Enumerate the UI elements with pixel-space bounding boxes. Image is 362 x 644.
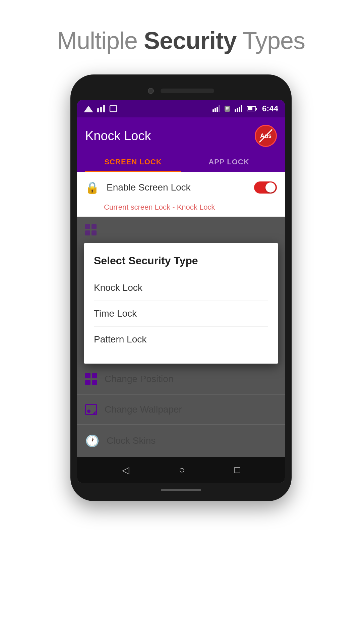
svg-rect-12 xyxy=(241,105,242,112)
clock-skins-row: 🕐 Clock Skins xyxy=(77,425,285,457)
enable-lock-label: Enable Screen Lock xyxy=(107,182,254,193)
change-position-row: Change Position xyxy=(77,364,285,395)
tab-app-lock[interactable]: APP LOCK xyxy=(181,153,277,172)
overlay-dim[interactable]: Select Security Type Knock Lock Time Loc… xyxy=(77,217,285,457)
svg-rect-9 xyxy=(235,109,236,112)
status-bar: R 6:44 xyxy=(77,100,285,117)
roaming-badge: R xyxy=(225,106,230,112)
title-prefix: Multiple xyxy=(57,27,144,54)
tabs-bar: SCREEN LOCK APP LOCK xyxy=(85,153,277,172)
ads-badge[interactable]: Ads xyxy=(255,125,277,147)
grid-icon-placeholder xyxy=(85,224,97,235)
home-indicator xyxy=(161,489,201,491)
title-bold: Security xyxy=(144,27,236,54)
enable-lock-toggle[interactable] xyxy=(254,181,277,194)
status-right: R 6:44 xyxy=(213,104,278,113)
screen-content: 🔒 Enable Screen Lock Current screen Lock… xyxy=(77,172,285,457)
chart-icon xyxy=(97,105,106,112)
bottom-nav: ◁ ○ □ xyxy=(77,457,285,483)
signal-icon-1 xyxy=(213,105,220,112)
svg-rect-6 xyxy=(215,108,216,112)
svg-rect-3 xyxy=(103,105,105,112)
phone-top xyxy=(77,85,285,100)
app-bar: Knock Lock Ads SCREEN LOCK APP LOCK xyxy=(77,117,285,172)
title-suffix: Types xyxy=(236,27,305,54)
svg-rect-15 xyxy=(256,108,257,110)
phone-bottom xyxy=(77,483,285,494)
recent-button[interactable]: □ xyxy=(234,465,240,475)
home-button[interactable]: ○ xyxy=(179,464,185,476)
svg-rect-11 xyxy=(239,107,240,112)
lock-icon: 🔒 xyxy=(85,181,99,194)
tab-screen-lock[interactable]: SCREEN LOCK xyxy=(85,153,181,172)
change-wallpaper-label: Change Wallpaper xyxy=(105,404,182,415)
change-wallpaper-row: Change Wallpaper xyxy=(77,395,285,425)
camera xyxy=(148,88,154,94)
page-heading: Multiple Security Types xyxy=(0,0,362,74)
change-position-label: Change Position xyxy=(105,374,173,384)
speaker xyxy=(161,89,214,93)
app-title: Knock Lock xyxy=(85,129,151,143)
svg-rect-2 xyxy=(100,107,102,112)
svg-marker-0 xyxy=(84,106,93,112)
security-type-dialog: Select Security Type Knock Lock Time Loc… xyxy=(84,243,278,364)
toggle-knob xyxy=(265,182,276,193)
signal-icon-2 xyxy=(235,105,242,112)
dialog-title: Select Security Type xyxy=(94,255,268,267)
dialog-option-pattern-lock[interactable]: Pattern Lock xyxy=(94,327,268,352)
dimmed-row-1 xyxy=(77,217,285,243)
svg-rect-4 xyxy=(110,106,117,112)
current-lock-sub: Current screen Lock - Knock Lock xyxy=(77,203,285,217)
phone-screen: R 6:44 Knock Lock xyxy=(77,100,285,483)
phone-shell: R 6:44 Knock Lock xyxy=(70,74,292,501)
svg-rect-7 xyxy=(217,107,218,112)
svg-rect-8 xyxy=(219,105,220,112)
svg-rect-14 xyxy=(248,107,252,110)
ads-text: Ads xyxy=(260,132,272,140)
dialog-option-knock-lock[interactable]: Knock Lock xyxy=(94,275,268,301)
wallpaper-icon xyxy=(85,404,97,415)
svg-rect-1 xyxy=(97,108,99,112)
app-bar-top: Knock Lock Ads xyxy=(85,125,277,147)
svg-rect-10 xyxy=(237,108,238,112)
square-icon xyxy=(109,105,117,112)
clock-skins-label: Clock Skins xyxy=(107,435,156,446)
clock-icon: 🕐 xyxy=(85,434,99,447)
enable-screen-lock-row[interactable]: 🔒 Enable Screen Lock xyxy=(77,172,285,203)
mountain-icon xyxy=(84,105,93,112)
grid-icon xyxy=(85,373,97,385)
time-display: 6:44 xyxy=(262,104,278,113)
dialog-option-time-lock[interactable]: Time Lock xyxy=(94,301,268,327)
battery-icon xyxy=(247,106,257,112)
back-button[interactable]: ◁ xyxy=(122,465,129,476)
status-left-icons xyxy=(84,105,117,112)
svg-rect-5 xyxy=(213,109,214,112)
